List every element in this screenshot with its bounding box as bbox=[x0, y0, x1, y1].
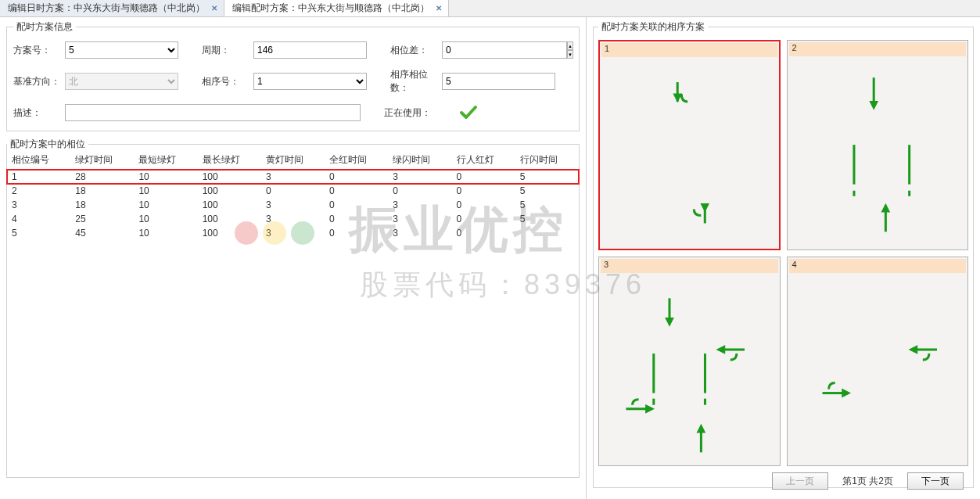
cycle-label: 周期： bbox=[202, 44, 253, 57]
table-cell: 100 bbox=[198, 184, 261, 198]
plan-info-group: 配时方案信息 方案号： 5 周期： 相位差： ▲ ▼ 基准方向： bbox=[6, 20, 580, 131]
phase-diagram-2 bbox=[789, 58, 967, 248]
table-cell: 5 bbox=[7, 226, 70, 240]
prev-page-button[interactable]: 上一页 bbox=[772, 472, 828, 490]
close-icon[interactable]: ✕ bbox=[434, 4, 443, 13]
table-cell: 0 bbox=[325, 170, 388, 185]
table-cell: 5 bbox=[515, 184, 579, 198]
table-cell: 3 bbox=[261, 198, 325, 212]
table-cell: 0 bbox=[452, 184, 515, 198]
th: 黄灯时间 bbox=[261, 151, 325, 170]
table-cell: 5 bbox=[515, 198, 579, 212]
th: 行闪时间 bbox=[515, 151, 579, 170]
checkmark-icon bbox=[459, 105, 478, 120]
table-row[interactable]: 3181010030305 bbox=[7, 198, 579, 212]
phase-number: 3 bbox=[601, 259, 778, 273]
table-cell: 45 bbox=[70, 226, 134, 240]
table-cell: 4 bbox=[7, 212, 70, 226]
svg-marker-11 bbox=[881, 204, 889, 212]
phase-cell-1[interactable]: 1 bbox=[598, 40, 781, 250]
table-cell: 25 bbox=[70, 212, 134, 226]
offset-label: 相位差： bbox=[390, 44, 442, 57]
close-icon[interactable]: ✕ bbox=[210, 4, 219, 13]
table-cell: 28 bbox=[70, 170, 134, 185]
seq-phase-count-input[interactable] bbox=[442, 73, 555, 90]
phase-diagram-3 bbox=[601, 275, 778, 465]
table-cell: 100 bbox=[198, 212, 261, 226]
seq-no-select[interactable]: 1 bbox=[253, 73, 367, 90]
table-row[interactable]: 1281010030305 bbox=[7, 170, 579, 185]
table-cell: 0 bbox=[452, 198, 515, 212]
table-cell bbox=[515, 226, 579, 240]
cycle-input[interactable] bbox=[253, 41, 367, 59]
th: 最长绿灯 bbox=[198, 151, 261, 170]
linked-sequence-legend: 配时方案关联的相序方案 bbox=[598, 20, 708, 34]
table-cell: 18 bbox=[70, 198, 134, 212]
table-row[interactable]: 545101003030 bbox=[7, 226, 579, 240]
svg-marker-23 bbox=[697, 424, 705, 432]
table-cell: 100 bbox=[198, 226, 261, 240]
table-header-row: 相位编号 绿灯时间 最短绿灯 最长绿灯 黄灯时间 全红时间 绿闪时间 行人红灯 … bbox=[7, 151, 579, 170]
right-panel: 配时方案关联的相序方案 1 bbox=[587, 17, 980, 499]
base-dir-select: 北 bbox=[65, 73, 178, 90]
plan-no-select[interactable]: 5 bbox=[65, 41, 178, 59]
table-cell: 3 bbox=[388, 198, 451, 212]
svg-marker-27 bbox=[842, 389, 849, 397]
tab-bar: 编辑日时方案：中兴东大街与顺德路（中北岗） ✕ 编辑配时方案：中兴东大街与顺德路… bbox=[0, 0, 980, 17]
table-cell: 0 bbox=[325, 184, 388, 198]
tab-daily-plan[interactable]: 编辑日时方案：中兴东大街与顺德路（中北岗） ✕ bbox=[0, 0, 224, 16]
desc-input[interactable] bbox=[65, 104, 361, 121]
phase-cell-2[interactable]: 2 bbox=[787, 40, 969, 250]
th: 绿闪时间 bbox=[388, 151, 451, 170]
table-cell: 10 bbox=[134, 212, 197, 226]
table-cell: 0 bbox=[325, 212, 388, 226]
plan-info-legend: 配时方案信息 bbox=[13, 20, 76, 34]
tab-timing-plan[interactable]: 编辑配时方案：中兴东大街与顺德路（中北岗） ✕ bbox=[224, 0, 449, 16]
tab-label: 编辑日时方案：中兴东大街与顺德路（中北岗） bbox=[8, 2, 205, 15]
table-row[interactable]: 2181010000005 bbox=[7, 184, 579, 198]
th: 行人红灯 bbox=[452, 151, 515, 170]
table-cell: 0 bbox=[388, 184, 451, 198]
offset-input[interactable] bbox=[442, 41, 567, 59]
spin-down-icon[interactable]: ▼ bbox=[567, 50, 573, 59]
svg-marker-5 bbox=[870, 102, 878, 109]
th: 全红时间 bbox=[325, 151, 388, 170]
th: 最短绿灯 bbox=[134, 151, 197, 170]
phase-cell-4[interactable]: 4 bbox=[787, 257, 969, 467]
svg-marker-21 bbox=[646, 404, 654, 412]
offset-stepper[interactable]: ▲ ▼ bbox=[442, 41, 555, 59]
spin-up-icon[interactable]: ▲ bbox=[567, 41, 573, 50]
table-cell: 2 bbox=[7, 184, 70, 198]
th: 绿灯时间 bbox=[70, 151, 134, 170]
table-cell: 100 bbox=[198, 198, 261, 212]
svg-marker-19 bbox=[717, 345, 725, 353]
table-cell: 0 bbox=[261, 184, 325, 198]
table-cell: 3 bbox=[261, 212, 325, 226]
table-cell: 18 bbox=[70, 184, 134, 198]
phase-number: 4 bbox=[789, 259, 967, 273]
next-page-button[interactable]: 下一页 bbox=[907, 472, 964, 490]
table-cell: 3 bbox=[7, 198, 70, 212]
table-cell: 3 bbox=[388, 226, 451, 240]
plan-no-label: 方案号： bbox=[13, 44, 65, 57]
table-cell: 10 bbox=[134, 170, 197, 185]
table-cell: 3 bbox=[388, 170, 451, 185]
table-cell: 1 bbox=[7, 170, 70, 185]
table-row[interactable]: 4251010030305 bbox=[7, 212, 579, 226]
desc-label: 描述： bbox=[13, 106, 65, 120]
seq-phase-count-label: 相序相位数： bbox=[390, 68, 442, 95]
linked-sequence-group: 配时方案关联的相序方案 1 bbox=[593, 20, 974, 488]
phase-cell-3[interactable]: 3 bbox=[598, 257, 781, 467]
svg-marker-13 bbox=[666, 318, 673, 325]
table-cell: 3 bbox=[261, 170, 325, 185]
svg-marker-3 bbox=[701, 203, 709, 211]
table-cell: 0 bbox=[325, 198, 388, 212]
table-cell: 5 bbox=[515, 212, 579, 226]
base-dir-label: 基准方向： bbox=[13, 75, 65, 88]
svg-marker-25 bbox=[909, 345, 917, 353]
table-cell: 10 bbox=[134, 184, 197, 198]
table-cell: 3 bbox=[261, 226, 325, 240]
th: 相位编号 bbox=[7, 151, 70, 170]
tab-label: 编辑配时方案：中兴东大街与顺德路（中北岗） bbox=[232, 2, 429, 15]
table-cell: 0 bbox=[452, 226, 515, 240]
